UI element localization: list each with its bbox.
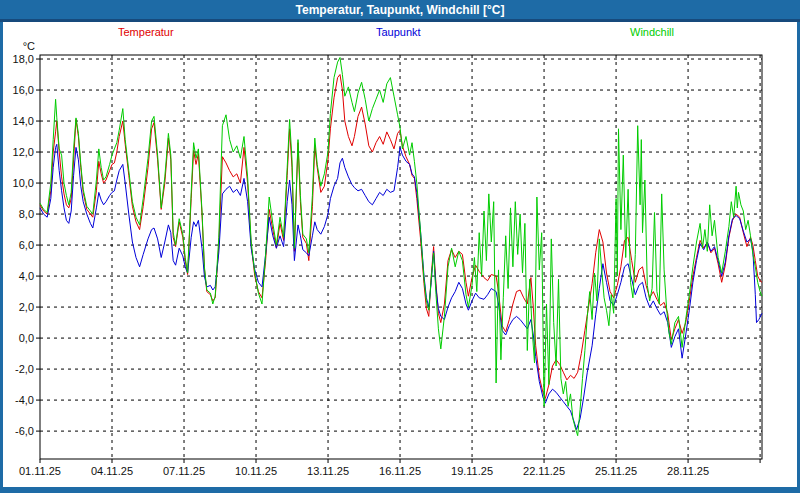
- x-tick-label: 04.11.25: [91, 465, 133, 477]
- y-tick-label: 16,0: [13, 84, 34, 96]
- y-tick-label: -6,0: [15, 425, 34, 437]
- y-tick-label: 8,0: [19, 208, 34, 220]
- x-tick-label: 28.11.25: [667, 465, 709, 477]
- y-tick-label: 6,0: [19, 239, 34, 251]
- y-tick-label: 4,0: [19, 270, 34, 282]
- chart-canvas: 18,016,014,012,010,08,06,04,02,00,0-2,0-…: [0, 0, 800, 500]
- x-tick-label: 16.11.25: [379, 465, 421, 477]
- y-tick-label: 0,0: [19, 332, 34, 344]
- y-tick-label: 14,0: [13, 115, 34, 127]
- x-tick-label: 13.11.25: [307, 465, 349, 477]
- y-tick-label: 18,0: [13, 53, 34, 65]
- plot-frame: [40, 55, 762, 459]
- y-tick-label: 10,0: [13, 177, 34, 189]
- x-tick-label: 22.11.25: [523, 465, 565, 477]
- window-frame-bottom: [0, 487, 800, 493]
- x-tick-label: 07.11.25: [163, 465, 205, 477]
- x-tick-label: 19.11.25: [451, 465, 493, 477]
- y-tick-label: -2,0: [15, 363, 34, 375]
- chart-window: Temperatur, Taupunkt, Windchill [°C] Tem…: [0, 0, 800, 500]
- y-tick-label: 2,0: [19, 301, 34, 313]
- x-tick-label: 01.11.25: [19, 465, 61, 477]
- series-line-taupunkt: [40, 144, 762, 429]
- x-tick-label: 25.11.25: [595, 465, 637, 477]
- y-tick-label: 12,0: [13, 146, 34, 158]
- window-frame-left: [0, 22, 3, 487]
- series-line-windchill: [40, 58, 762, 436]
- y-axis-unit-label: °C: [23, 40, 35, 52]
- y-tick-label: -4,0: [15, 394, 34, 406]
- x-tick-label: 10.11.25: [235, 465, 277, 477]
